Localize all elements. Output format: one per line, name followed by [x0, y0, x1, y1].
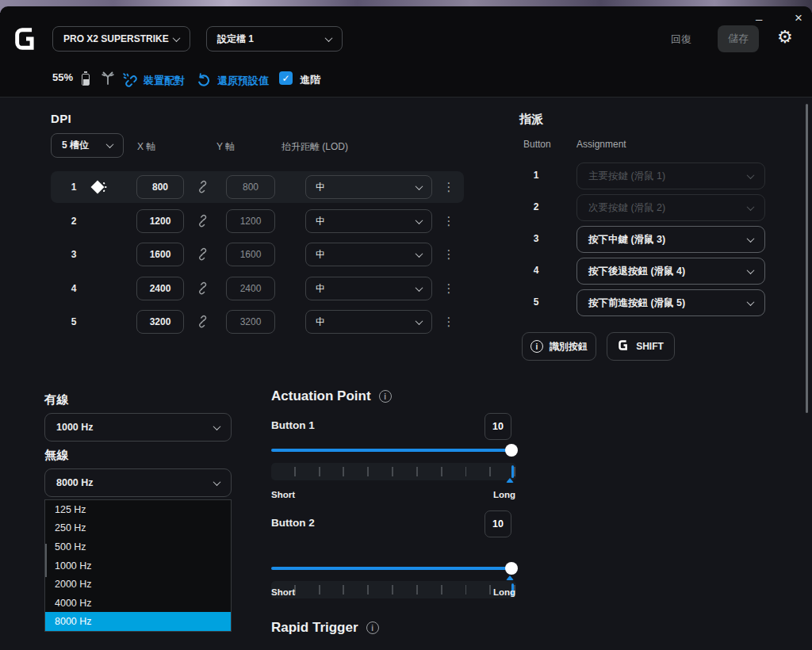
gshift-button[interactable]: SHIFT — [607, 332, 675, 361]
dropdown-option-selected[interactable]: 8000 Hz — [45, 612, 231, 631]
dpi-lod-selector[interactable]: 中 — [305, 243, 432, 266]
wireless-rate-selector[interactable]: 8000 Hz — [44, 468, 232, 497]
restore-label: 還原預設值 — [217, 74, 269, 88]
dpi-section-title: DPI — [51, 112, 71, 125]
g-logo-icon[interactable] — [13, 25, 40, 55]
identify-label: 識別按鈕 — [550, 340, 588, 354]
dpi-row: 1 800 800 中 ⋮ — [51, 171, 464, 203]
button1-label: Button 1 — [271, 419, 315, 431]
wired-label: 有線 — [44, 392, 69, 407]
dpi-lod-selector[interactable]: 中 — [305, 175, 432, 199]
wireless-label: 無線 — [44, 448, 69, 463]
info-icon[interactable]: i — [379, 390, 392, 403]
dpi-lod-selector[interactable]: 中 — [305, 277, 432, 300]
assign-selector[interactable]: 按下前進按鈕 (滑鼠 5) — [576, 289, 765, 316]
link-icon[interactable] — [196, 180, 209, 197]
link-icon[interactable] — [196, 214, 209, 231]
device-name: PRO X2 SUPERSTRIKE — [63, 33, 169, 44]
ghub-window: – × PRO X2 SUPERSTRIKE 設定檔 1 回復 儲存 ⚙ 55%… — [0, 6, 812, 650]
dpi-row: 3 1600 1600 中 ⋮ — [51, 239, 464, 270]
assign-value: 按下中鍵 (滑鼠 3) — [588, 233, 665, 247]
dpi-x-input[interactable]: 1200 — [136, 209, 184, 233]
assign-value: 主要按鍵 (滑鼠 1) — [588, 170, 665, 183]
dpi-y-input[interactable]: 800 — [226, 175, 275, 199]
dpi-row-menu-icon[interactable]: ⋮ — [441, 205, 457, 237]
dpi-y-input[interactable]: 1600 — [226, 243, 275, 266]
assign-value: 按下前進按鈕 (滑鼠 5) — [588, 296, 685, 310]
revert-button[interactable]: 回復 — [671, 32, 691, 47]
link-icon[interactable] — [196, 315, 209, 331]
page-scrollbar[interactable] — [806, 104, 808, 413]
chevron-down-icon — [106, 140, 114, 148]
dpi-x-input[interactable]: 800 — [136, 175, 184, 199]
button2-tick-scale — [271, 581, 516, 598]
profile-name: 設定檔 1 — [217, 32, 254, 46]
slider-thumb[interactable] — [505, 444, 518, 457]
dpi-row: 4 2400 2400 中 ⋮ — [51, 273, 464, 304]
assign-selector[interactable]: 按下中鍵 (滑鼠 3) — [576, 226, 765, 253]
assign-row: 5 按下前進按鈕 (滑鼠 5) — [519, 289, 773, 316]
wired-rate-selector[interactable]: 1000 Hz — [44, 413, 232, 442]
chevron-down-icon — [747, 235, 755, 243]
chevron-down-icon — [416, 182, 423, 190]
button1-tick-scale — [271, 463, 516, 480]
dropdown-scrollbar[interactable] — [45, 544, 47, 577]
chevron-down-icon — [173, 34, 181, 42]
dpi-y-input[interactable]: 2400 — [226, 277, 275, 300]
button2-slider[interactable] — [271, 567, 516, 570]
polling-rate-dropdown-list: 125 Hz 250 Hz 500 Hz 1000 Hz 2000 Hz 400… — [44, 499, 232, 632]
dpi-lod-selector[interactable]: 中 — [305, 310, 432, 334]
dropdown-option[interactable]: 4000 Hz — [45, 594, 231, 613]
profile-selector[interactable]: 設定檔 1 — [206, 26, 343, 52]
dpi-x-input[interactable]: 2400 — [136, 277, 184, 300]
slider-position-marker — [506, 478, 514, 483]
link-icon[interactable] — [196, 247, 209, 264]
battery-percent: 55% — [52, 71, 73, 83]
restore-defaults-link[interactable]: 還原預設值 — [195, 71, 269, 90]
save-button[interactable]: 儲存 — [718, 25, 759, 52]
chevron-down-icon — [416, 284, 423, 292]
close-button[interactable]: × — [795, 11, 802, 25]
dpi-row-menu-icon[interactable]: ⋮ — [441, 306, 457, 338]
button1-value-box[interactable]: 10 — [485, 413, 511, 440]
shift-label: SHIFT — [636, 341, 664, 352]
assign-selector[interactable]: 次要按鍵 (滑鼠 2) — [576, 194, 765, 221]
assign-selector[interactable]: 按下後退按鈕 (滑鼠 4) — [576, 258, 765, 285]
main-content: DPI 5 槽位 X 軸 Y 軸 抬升距離 (LOD) 1 800 800 中 … — [0, 98, 812, 650]
dpi-x-input[interactable]: 3200 — [136, 310, 184, 334]
dpi-slots-value: 5 槽位 — [62, 139, 89, 152]
dpi-lod-selector[interactable]: 中 — [305, 209, 432, 233]
short-label: Short — [271, 490, 295, 499]
assign-selector[interactable]: 主要按鍵 (滑鼠 1) — [576, 162, 765, 189]
dropdown-option[interactable]: 2000 Hz — [45, 575, 231, 594]
chevron-down-icon — [325, 34, 333, 42]
identify-buttons-button[interactable]: i 識別按鈕 — [522, 332, 596, 361]
minimize-button[interactable]: – — [756, 13, 762, 25]
dpi-slots-selector[interactable]: 5 槽位 — [51, 133, 124, 158]
device-pairing-link[interactable]: 裝置配對 — [121, 71, 185, 90]
assign-value: 次要按鍵 (滑鼠 2) — [588, 201, 665, 215]
dpi-y-input[interactable]: 3200 — [226, 310, 275, 334]
slider-thumb[interactable] — [505, 562, 518, 575]
settings-gear-icon[interactable]: ⚙ — [777, 29, 793, 46]
dpi-y-input[interactable]: 1200 — [226, 209, 275, 233]
dropdown-option[interactable]: 250 Hz — [45, 519, 231, 538]
short-label: Short — [271, 587, 295, 597]
chevron-down-icon — [747, 203, 755, 211]
dpi-row-menu-icon[interactable]: ⋮ — [441, 171, 457, 203]
device-selector[interactable]: PRO X2 SUPERSTRIKE — [52, 26, 190, 52]
button1-slider[interactable] — [271, 449, 516, 452]
dropdown-option[interactable]: 500 Hz — [45, 537, 231, 556]
dpi-row-index: 3 — [67, 239, 81, 270]
dpi-row-menu-icon[interactable]: ⋮ — [441, 239, 457, 270]
assign-row-index: 2 — [530, 201, 542, 212]
button2-value-box[interactable]: 10 — [485, 510, 511, 537]
dropdown-option[interactable]: 1000 Hz — [45, 556, 231, 575]
long-label: Long — [493, 490, 515, 499]
link-icon[interactable] — [196, 281, 209, 298]
dropdown-option[interactable]: 125 Hz — [45, 500, 231, 519]
advanced-checkbox[interactable]: ✓ — [279, 71, 293, 85]
dpi-x-input[interactable]: 1600 — [136, 243, 184, 266]
info-icon[interactable]: i — [366, 621, 379, 634]
dpi-row-menu-icon[interactable]: ⋮ — [441, 273, 457, 304]
